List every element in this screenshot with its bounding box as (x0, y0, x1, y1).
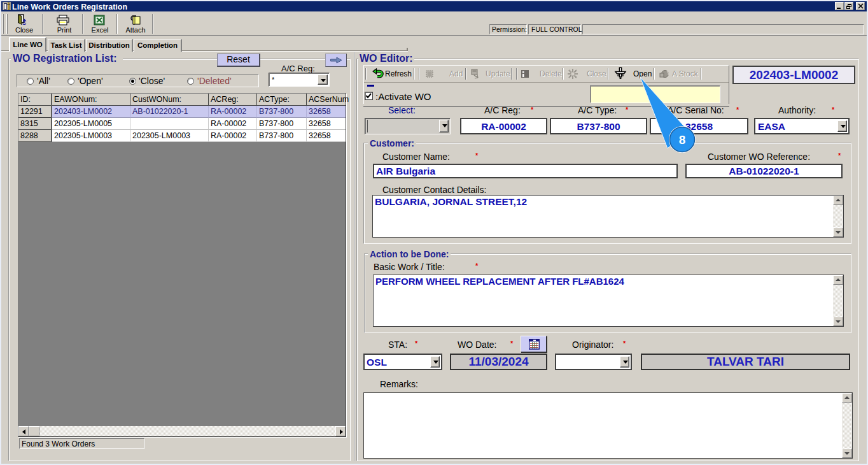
svg-text:8: 8 (679, 133, 686, 147)
